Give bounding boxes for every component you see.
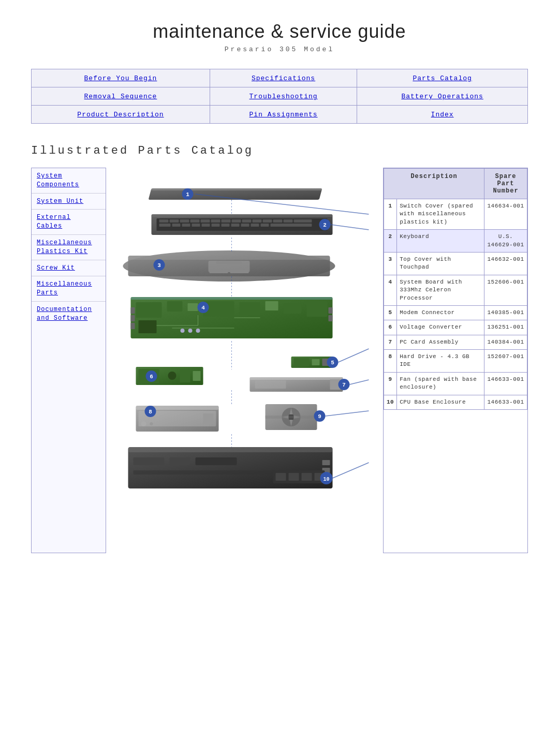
nav-row-1: Before You Begin Specifications Parts Ca…: [32, 69, 528, 87]
svg-text:5: 5: [331, 360, 334, 366]
spare-part-number-cell: 152607-001: [484, 350, 527, 373]
sidebar-item-miscellaneous-parts[interactable]: Miscellaneous Parts: [32, 276, 106, 302]
svg-rect-56: [139, 320, 157, 333]
svg-rect-81: [180, 369, 190, 382]
table-row: 7PC Card Assembly140384-001: [384, 335, 527, 349]
page-title: maintenance & service guide: [31, 21, 528, 42]
svg-point-80: [168, 372, 176, 380]
part-description-cell: Switch Cover (spared with miscellaneous …: [397, 199, 484, 230]
svg-rect-26: [202, 224, 210, 227]
spare-part-number-cell: 140385-001: [484, 305, 527, 320]
svg-rect-12: [201, 219, 210, 223]
svg-rect-17: [253, 219, 262, 223]
section-title: Illustrated Parts Catalog: [31, 144, 528, 157]
svg-rect-32: [261, 224, 269, 227]
part-number-cell: 2: [384, 230, 397, 253]
parts-table-wrapper: Description Spare Part Number 1Switch Co…: [383, 168, 528, 553]
page-header: maintenance & service guide Presario 305…: [31, 21, 528, 53]
svg-rect-30: [241, 224, 249, 227]
table-row: 10CPU Base Enclosure146633-001: [384, 395, 527, 409]
parts-table-header: Description Spare Part Number: [384, 169, 527, 199]
nav-battery-operations[interactable]: Battery Operations: [401, 93, 483, 100]
svg-rect-54: [284, 303, 302, 314]
svg-rect-6: [152, 214, 333, 217]
sidebar-item-miscellaneous-plastics[interactable]: Miscellaneous Plastics Kit: [32, 235, 106, 260]
nav-parts-catalog[interactable]: Parts Catalog: [413, 75, 472, 82]
svg-rect-23: [172, 224, 181, 227]
part-number-cell: 9: [384, 372, 397, 395]
spare-part-header: Spare Part Number: [484, 169, 527, 199]
spare-part-number-cell: 136251-001: [484, 320, 527, 335]
svg-rect-25: [192, 224, 200, 227]
svg-rect-111: [196, 457, 237, 465]
table-row: 3Top Cover with Touchpad146632-001: [384, 252, 527, 275]
svg-rect-50: [188, 303, 198, 311]
table-row: 2KeyboardU.S. 146629-001: [384, 230, 527, 253]
nav-specifications[interactable]: Specifications: [252, 75, 315, 82]
navigation-table: Before You Begin Specifications Parts Ca…: [31, 69, 528, 124]
description-header: Description: [384, 169, 484, 199]
parts-table: Description Spare Part Number 1Switch Co…: [384, 168, 527, 410]
sidebar-item-system-unit[interactable]: System Unit: [32, 194, 106, 210]
svg-rect-11: [190, 219, 200, 223]
svg-rect-39: [128, 256, 330, 260]
svg-rect-21: [294, 219, 312, 223]
svg-line-91: [350, 380, 369, 384]
table-row: 8Hard Drive - 4.3 GB IDE152607-001: [384, 350, 527, 373]
svg-rect-27: [212, 224, 220, 227]
svg-rect-73: [312, 359, 320, 365]
nav-removal-sequence[interactable]: Removal Sequence: [84, 93, 157, 100]
svg-rect-15: [232, 219, 241, 223]
svg-rect-109: [134, 457, 165, 465]
part-number-cell: 1: [384, 199, 397, 230]
svg-point-97: [150, 422, 153, 425]
sidebar-item-system-components[interactable]: System Components: [32, 168, 106, 194]
part-description-cell: Fan (spared with base enclosure): [397, 372, 484, 395]
svg-point-61: [181, 329, 185, 333]
svg-point-96: [141, 421, 146, 426]
svg-text:4: 4: [201, 305, 205, 311]
svg-rect-65: [131, 315, 135, 321]
nav-product-description[interactable]: Product Description: [77, 111, 164, 118]
sidebar-item-screw-kit[interactable]: Screw Kit: [32, 260, 106, 277]
part-description-cell: Top Cover with Touchpad: [397, 252, 484, 275]
part-number-cell: 7: [384, 335, 397, 349]
part-description-cell: Modem Connector: [397, 305, 484, 320]
svg-text:6: 6: [150, 374, 153, 380]
svg-rect-103: [266, 416, 317, 419]
svg-rect-19: [273, 219, 283, 223]
part-number-cell: 10: [384, 395, 397, 409]
part-description-cell: System Board with 333Mhz Celeron Process…: [397, 275, 484, 305]
svg-rect-31: [251, 224, 259, 227]
svg-rect-20: [284, 219, 293, 223]
part-number-cell: 4: [384, 275, 397, 305]
spare-part-number-cell: 146633-001: [484, 395, 527, 409]
sidebar-item-documentation[interactable]: Documentation and Software: [32, 302, 106, 327]
spare-part-number-cell: 146633-001: [484, 372, 527, 395]
svg-rect-66: [131, 323, 135, 329]
part-description-cell: CPU Base Enclosure: [397, 395, 484, 409]
svg-text:1: 1: [186, 191, 189, 198]
svg-text:3: 3: [157, 262, 161, 269]
nav-before-you-begin[interactable]: Before You Begin: [84, 75, 157, 82]
sidebar-item-external-cables[interactable]: External Cables: [32, 210, 106, 235]
part-description-cell: Hard Drive - 4.3 GB IDE: [397, 350, 484, 373]
table-row: 9Fan (spared with base enclosure)146633-…: [384, 372, 527, 395]
table-row: 6Voltage Converter136251-001: [384, 320, 527, 335]
svg-text:7: 7: [342, 382, 346, 388]
nav-troubleshooting[interactable]: Troubleshooting: [249, 93, 318, 100]
nav-pin-assignments[interactable]: Pin Assignments: [249, 111, 318, 118]
svg-rect-119: [302, 473, 312, 481]
svg-point-63: [196, 329, 200, 333]
nav-index[interactable]: Index: [431, 111, 454, 118]
svg-rect-48: [136, 302, 162, 318]
svg-rect-22: [159, 224, 171, 227]
svg-rect-108: [128, 447, 333, 452]
svg-rect-18: [263, 219, 272, 223]
svg-rect-68: [329, 315, 333, 321]
part-number-cell: 6: [384, 320, 397, 335]
part-description-cell: Keyboard: [397, 230, 484, 253]
svg-line-123: [333, 463, 369, 478]
svg-rect-24: [182, 224, 190, 227]
svg-rect-86: [250, 377, 343, 380]
